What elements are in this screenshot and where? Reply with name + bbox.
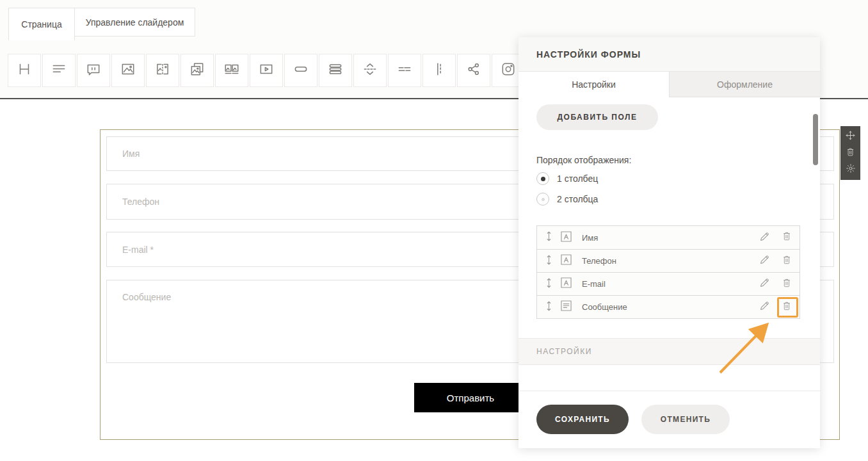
text-field-type-icon	[561, 231, 572, 245]
field-row-label: Телефон	[582, 256, 759, 266]
edit-icon[interactable]	[759, 231, 770, 245]
field-row-phone: Телефон	[537, 249, 800, 272]
widget-button-carousel[interactable]	[215, 54, 248, 87]
form-settings-panel: НАСТРОЙКИ ФОРМЫ Настройки Оформление ДОБ…	[518, 37, 820, 448]
heading-icon	[16, 61, 33, 80]
widget-button-video[interactable]	[250, 54, 283, 87]
field-row-label: E-mail	[582, 279, 759, 289]
video-icon	[258, 61, 275, 80]
carousel-icon	[223, 61, 240, 80]
drag-handle-icon[interactable]	[545, 230, 553, 245]
field-row-name: Имя	[537, 226, 800, 249]
text-icon	[51, 61, 67, 80]
panel-header: НАСТРОЙКИ ФОРМЫ	[518, 37, 820, 72]
widget-button-spacer[interactable]	[353, 54, 387, 87]
tab-slider-management-label: Управление слайдером	[86, 17, 184, 28]
field-row-message: Сообщение	[537, 295, 800, 318]
share-icon	[465, 61, 482, 80]
widget-button-image-split[interactable]	[146, 54, 179, 87]
text-field-type-icon	[561, 277, 572, 291]
settings-section-header: НАСТРОЙКИ	[518, 338, 820, 365]
textarea-field-type-icon	[561, 300, 572, 314]
edit-icon[interactable]	[759, 277, 770, 291]
divider-icon	[396, 61, 413, 80]
widget-button-heading[interactable]	[8, 54, 41, 87]
save-button[interactable]: СОХРАНИТЬ	[536, 405, 629, 434]
radio-icon[interactable]	[536, 193, 549, 206]
display-order-label: Порядок отображения:	[536, 155, 631, 165]
form-fields-list: Имя Телефон E-mail Сообщение	[536, 225, 800, 319]
gear-icon[interactable]	[846, 163, 856, 176]
panel-title: НАСТРОЙКИ ФОРМЫ	[536, 49, 641, 60]
field-row-label: Имя	[582, 233, 759, 243]
widget-button-image[interactable]	[111, 54, 145, 87]
widget-button-text[interactable]	[42, 54, 76, 87]
settings-section-label: НАСТРОЙКИ	[536, 347, 592, 356]
image-split-icon	[154, 61, 171, 80]
gallery-icon	[189, 61, 205, 80]
field-row-label: Сообщение	[582, 302, 759, 312]
widget-button-divider[interactable]	[388, 54, 421, 87]
text-field-type-icon	[561, 254, 572, 268]
panel-footer-divider	[518, 391, 820, 391]
widget-button-button[interactable]	[284, 54, 317, 87]
move-icon[interactable]	[845, 130, 856, 143]
radio-one-column[interactable]: 1 столбец	[536, 172, 598, 186]
radio-icon[interactable]	[536, 172, 549, 185]
delete-icon-highlighted[interactable]	[782, 301, 792, 314]
radio-two-columns-label: 2 столбца	[557, 194, 598, 204]
drag-handle-icon[interactable]	[545, 254, 553, 268]
form-submit-button[interactable]: Отправить	[414, 383, 527, 412]
panel-scrollbar[interactable]	[813, 114, 818, 165]
instagram-icon	[500, 61, 517, 80]
panel-tab-design-label: Оформление	[717, 79, 773, 90]
tab-page-label: Страница	[21, 19, 61, 29]
tab-page[interactable]: Страница	[8, 8, 75, 40]
panel-tab-settings[interactable]: Настройки	[518, 72, 669, 97]
tab-slider-management[interactable]: Управление слайдером	[74, 8, 195, 36]
widget-button-quote[interactable]	[77, 54, 110, 87]
widget-button-vertical-line[interactable]	[422, 54, 456, 87]
drag-handle-icon[interactable]	[545, 300, 553, 314]
radio-two-columns[interactable]: 2 столбца	[536, 192, 598, 206]
delete-icon[interactable]	[782, 231, 792, 244]
delete-icon[interactable]	[782, 255, 792, 268]
edit-icon[interactable]	[759, 300, 770, 314]
widget-button-gallery[interactable]	[181, 54, 214, 87]
trash-icon[interactable]	[846, 147, 855, 159]
quote-icon	[85, 61, 102, 80]
widget-button-share[interactable]	[457, 54, 490, 87]
panel-tab-settings-label: Настройки	[572, 79, 616, 90]
image-icon	[120, 61, 136, 80]
menu-icon	[327, 61, 344, 80]
edit-icon[interactable]	[759, 254, 770, 268]
widget-button-menu[interactable]	[319, 54, 352, 87]
drag-handle-icon[interactable]	[545, 277, 553, 291]
cancel-button[interactable]: ОТМЕНИТЬ	[641, 405, 730, 434]
button-icon	[293, 61, 309, 80]
widget-action-bar	[840, 126, 860, 180]
radio-one-column-label: 1 столбец	[557, 174, 598, 184]
panel-tab-design[interactable]: Оформление	[669, 72, 820, 97]
spacer-icon	[362, 61, 378, 80]
vertical-line-icon	[431, 61, 447, 80]
add-field-button[interactable]: ДОБАВИТЬ ПОЛЕ	[536, 104, 658, 130]
field-row-email: E-mail	[537, 272, 800, 295]
delete-icon[interactable]	[782, 278, 792, 291]
